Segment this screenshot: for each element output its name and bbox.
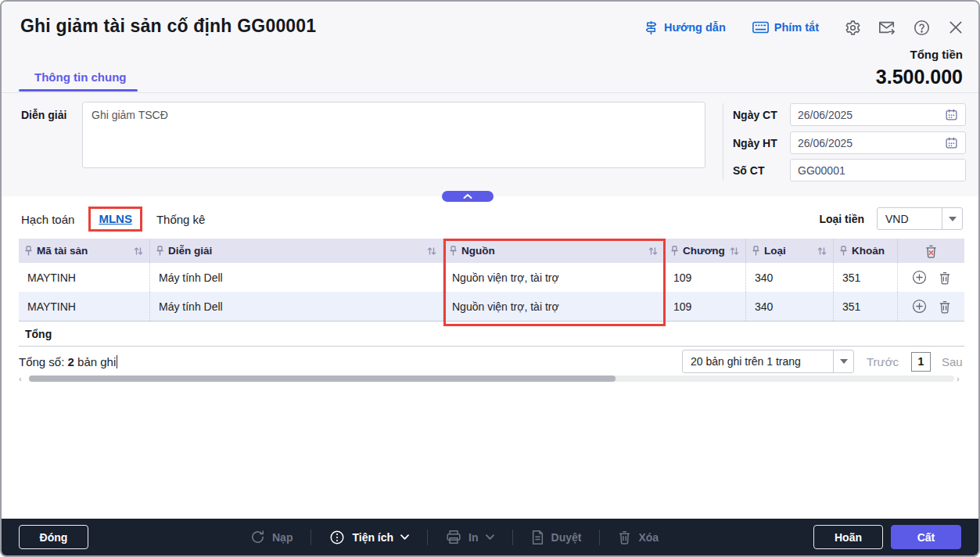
cell-item[interactable]: 351 xyxy=(834,292,898,321)
postpone-button[interactable]: Hoãn xyxy=(813,525,883,549)
utilities-label: Tiện ích xyxy=(352,531,393,544)
delete-row-icon[interactable] xyxy=(939,300,951,314)
delete-button[interactable]: Xóa xyxy=(618,530,659,544)
print-button[interactable]: In xyxy=(446,530,494,544)
post-date-label: Ngày HT xyxy=(733,137,777,149)
mail-send-icon[interactable] xyxy=(878,19,896,36)
action-bar: Đóng Nạp Tiện ích In Duyệt xyxy=(2,519,978,555)
separator xyxy=(311,530,311,545)
doc-no-input[interactable]: GG00001 xyxy=(790,159,966,181)
doc-date-input[interactable]: 26/06/2025 xyxy=(790,103,966,126)
cell-type[interactable]: 340 xyxy=(746,292,834,321)
column-header-description[interactable]: Diễn giải xyxy=(150,239,443,263)
document-icon xyxy=(531,530,544,545)
mlns-annotation-box: MLNS xyxy=(88,207,142,232)
cell-type[interactable]: 340 xyxy=(746,263,834,292)
tab-accounting[interactable]: Hạch toán xyxy=(21,213,74,226)
cell-asset-code[interactable]: MAYTINH xyxy=(19,292,150,321)
shortcut-link[interactable]: Phím tắt xyxy=(752,21,819,34)
record-count-suffix: bản ghi xyxy=(74,355,116,368)
close-button[interactable]: Đóng xyxy=(19,525,88,549)
column-header-label: Nguồn xyxy=(461,245,495,257)
delete-all-icon[interactable] xyxy=(924,244,938,258)
guide-link-label: Hướng dẫn xyxy=(664,21,726,34)
add-row-icon[interactable] xyxy=(912,270,927,285)
guide-link[interactable]: Hướng dẫn xyxy=(644,20,726,35)
separator xyxy=(512,530,513,545)
page-size-select[interactable]: 20 bản ghi trên 1 trang xyxy=(682,350,854,373)
detail-tabs: Hạch toán MLNS Thống kê xyxy=(21,203,205,235)
pin-icon[interactable] xyxy=(25,246,32,256)
scrollbar-track[interactable] xyxy=(29,376,954,382)
column-header-label: Diễn giải xyxy=(168,245,212,257)
description-input[interactable]: Ghi giảm TSCĐ xyxy=(82,102,705,168)
currency-select[interactable]: VND xyxy=(877,207,963,230)
reload-button[interactable]: Nạp xyxy=(250,530,293,544)
cell-item[interactable]: 351 xyxy=(834,263,898,292)
scrollbar-thumb[interactable] xyxy=(29,376,616,382)
column-header-label: Khoản xyxy=(852,245,885,257)
post-date-input[interactable]: 26/06/2025 xyxy=(790,131,966,154)
pin-icon[interactable] xyxy=(752,246,759,256)
chevron-down-icon xyxy=(486,534,494,540)
sort-icon[interactable] xyxy=(730,246,739,256)
cell-description[interactable]: Máy tính Dell xyxy=(150,263,443,292)
delete-row-icon[interactable] xyxy=(939,271,951,285)
pin-icon[interactable] xyxy=(156,246,163,256)
tab-general-info[interactable]: Thông tin chung xyxy=(34,70,126,84)
currency-value: VND xyxy=(878,213,942,225)
column-header-asset-code[interactable]: Mã tài sản xyxy=(19,239,150,263)
reload-label: Nạp xyxy=(272,531,293,544)
cell-chapter[interactable]: 109 xyxy=(665,292,746,321)
shortcut-link-label: Phím tắt xyxy=(774,21,819,34)
tab-active-underline xyxy=(19,89,138,92)
cell-source[interactable]: Nguồn viện trợ, tài trợ xyxy=(443,263,665,292)
cell-description[interactable]: Máy tính Dell xyxy=(150,292,443,321)
sort-icon[interactable] xyxy=(134,246,143,256)
top-section: Ghi giảm tài sản cố định GG00001 Hướng d… xyxy=(2,2,978,196)
column-header-source[interactable]: Nguồn xyxy=(443,239,665,263)
gear-icon[interactable] xyxy=(844,19,861,36)
column-header-item[interactable]: Khoản xyxy=(834,239,898,263)
column-header-type[interactable]: Loại xyxy=(746,239,834,263)
delete-label: Xóa xyxy=(638,531,659,544)
grid-total-row: Tổng xyxy=(19,321,964,347)
scroll-right-arrow[interactable]: › xyxy=(957,375,964,383)
help-icon[interactable] xyxy=(913,19,930,36)
calendar-icon[interactable] xyxy=(945,108,958,121)
tab-statistics[interactable]: Thống kê xyxy=(156,213,206,226)
scroll-left-arrow[interactable]: ‹ xyxy=(19,375,27,383)
approve-button[interactable]: Duyệt xyxy=(531,530,582,545)
add-row-icon[interactable] xyxy=(912,299,927,314)
separator xyxy=(599,530,600,545)
text-cursor xyxy=(117,355,117,368)
cell-asset-code[interactable]: MAYTINH xyxy=(19,263,150,292)
cell-row-actions xyxy=(898,292,964,321)
doc-date-value: 26/06/2025 xyxy=(798,109,853,121)
pin-icon[interactable] xyxy=(840,246,847,256)
close-icon[interactable] xyxy=(947,19,964,36)
utilities-button[interactable]: Tiện ích xyxy=(329,530,409,545)
chevron-down-icon xyxy=(400,534,409,540)
sort-icon[interactable] xyxy=(817,246,827,256)
currency-label: Loại tiền xyxy=(819,213,864,225)
approve-label: Duyệt xyxy=(551,531,582,544)
doc-no-label: Số CT xyxy=(733,164,764,177)
total-amount-label: Tổng tiền xyxy=(910,48,964,61)
collapse-header-button[interactable] xyxy=(442,191,494,202)
sort-icon[interactable] xyxy=(648,246,658,256)
sort-icon[interactable] xyxy=(427,246,436,256)
horizontal-scrollbar[interactable]: ‹ › xyxy=(19,375,964,383)
action-bar-center: Nạp Tiện ích In Duyệt Xóa xyxy=(250,519,659,555)
next-page-button[interactable]: Sau xyxy=(942,355,963,368)
current-page-box[interactable]: 1 xyxy=(911,352,931,372)
cell-chapter[interactable]: 109 xyxy=(665,263,746,292)
cell-source[interactable]: Nguồn viện trợ, tài trợ xyxy=(443,292,665,321)
pin-icon[interactable] xyxy=(671,246,678,256)
save-button[interactable]: Cất xyxy=(891,525,961,549)
prev-page-button[interactable]: Trước xyxy=(867,355,899,368)
calendar-icon[interactable] xyxy=(945,136,958,149)
pin-icon[interactable] xyxy=(450,246,457,256)
column-header-chapter[interactable]: Chương xyxy=(665,239,746,263)
tab-mlns[interactable]: MLNS xyxy=(99,212,132,225)
